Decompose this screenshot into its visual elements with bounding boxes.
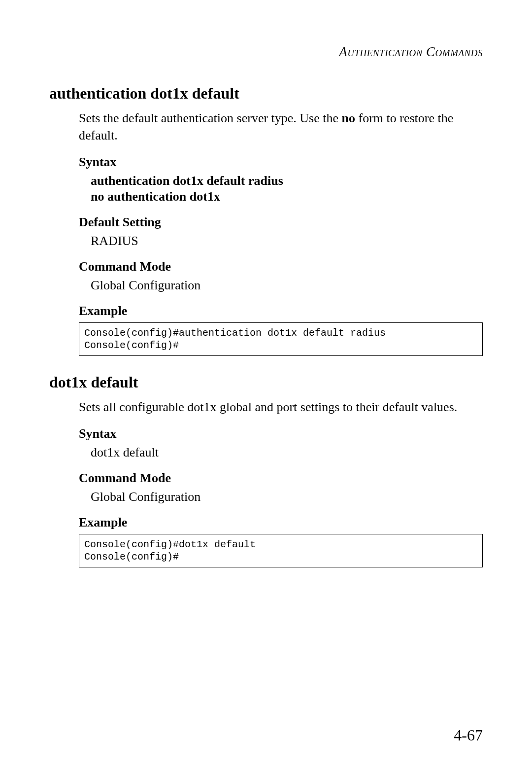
- syntax-heading: Syntax: [79, 155, 483, 170]
- command-mode-value: Global Configuration: [91, 490, 483, 504]
- section-body: Sets all configurable dot1x global and p…: [79, 398, 483, 567]
- default-setting-value: RADIUS: [91, 234, 483, 248]
- syntax-block: dot1x default: [91, 445, 483, 460]
- command-mode-value: Global Configuration: [91, 278, 483, 293]
- section-title-auth-dot1x-default: authentication dot1x default: [49, 84, 483, 103]
- syntax-plain-line: dot1x default: [91, 445, 483, 460]
- syntax-line: no authentication dot1x: [91, 189, 483, 204]
- command-mode-block: Global Configuration: [91, 490, 483, 504]
- section-description: Sets the default authentication server t…: [79, 109, 483, 144]
- command-mode-block: Global Configuration: [91, 278, 483, 293]
- example-heading: Example: [79, 515, 483, 530]
- section-title-dot1x-default: dot1x default: [49, 373, 483, 391]
- section-description: Sets all configurable dot1x global and p…: [79, 398, 483, 416]
- command-mode-heading: Command Mode: [79, 259, 483, 274]
- command-mode-heading: Command Mode: [79, 471, 483, 486]
- syntax-heading: Syntax: [79, 426, 483, 441]
- syntax-block: authentication dot1x default radius no a…: [91, 174, 483, 204]
- running-header: Authentication Commands: [49, 44, 483, 60]
- example-code-block: Console(config)#dot1x default Console(co…: [79, 534, 483, 567]
- desc-bold-no: no: [342, 111, 355, 125]
- page-number: 4-67: [454, 726, 483, 744]
- page: Authentication Commands authentication d…: [0, 0, 532, 774]
- example-heading: Example: [79, 304, 483, 318]
- default-setting-heading: Default Setting: [79, 215, 483, 230]
- syntax-line: authentication dot1x default radius: [91, 174, 483, 188]
- example-code-block: Console(config)#authentication dot1x def…: [79, 322, 483, 356]
- desc-text-pre: Sets the default authentication server t…: [79, 111, 342, 125]
- default-setting-block: RADIUS: [91, 234, 483, 248]
- section-body: Sets the default authentication server t…: [79, 109, 483, 356]
